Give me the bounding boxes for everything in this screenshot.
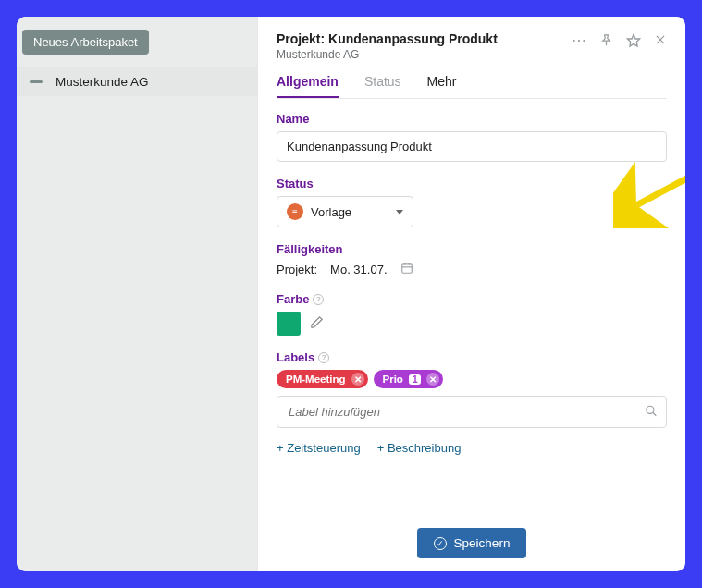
chip-text: Prio <box>383 374 403 385</box>
svg-rect-4 <box>401 264 412 273</box>
field-name: Name <box>277 112 667 162</box>
due-row-value: Mo. 31.07. <box>330 263 387 276</box>
label-chip[interactable]: Prio 1 ✕ <box>374 370 444 388</box>
chip-count: 1 <box>409 374 422 385</box>
close-icon[interactable] <box>654 33 667 49</box>
status-value: Vorlage <box>311 205 351 219</box>
panel-title: Projekt: Kundenanpassung Produkt <box>277 31 498 46</box>
calendar-icon[interactable] <box>400 262 413 277</box>
field-due: Fälligkeiten Projekt: Mo. 31.07. <box>277 242 667 277</box>
chip-text: PM-Meeting <box>286 374 346 385</box>
field-labels: Labels ? PM-Meeting ✕ Prio 1 ✕ <box>277 350 667 455</box>
new-workpackage-badge[interactable]: Neues Arbeitspaket <box>22 30 149 55</box>
pencil-icon[interactable] <box>310 315 324 332</box>
help-icon[interactable]: ? <box>313 294 324 305</box>
name-label: Name <box>277 112 667 126</box>
svg-point-8 <box>647 406 654 413</box>
panel-subtitle: Musterkunde AG <box>277 48 498 61</box>
tab-status[interactable]: Status <box>364 74 401 98</box>
status-label: Status <box>277 177 667 190</box>
search-icon[interactable] <box>645 404 658 420</box>
labels-label: Labels ? <box>277 350 667 364</box>
sidebar-item-label: Musterkunde AG <box>55 75 149 89</box>
panel-footer: ✓ Speichern <box>277 515 667 562</box>
add-timing-link[interactable]: + Zeitsteuerung <box>277 441 361 455</box>
header-actions: ⋯ <box>572 31 667 61</box>
detail-panel: Projekt: Kundenanpassung Produkt Musterk… <box>257 17 685 571</box>
due-row: Projekt: Mo. 31.07. <box>277 262 667 277</box>
svg-line-9 <box>653 412 657 416</box>
add-links: + Zeitsteuerung + Beschreibung <box>277 441 667 455</box>
due-label: Fälligkeiten <box>277 242 667 256</box>
save-button-label: Speichern <box>454 536 511 550</box>
chip-remove-icon[interactable]: ✕ <box>351 373 364 386</box>
tabs: Allgemein Status Mehr <box>277 74 667 99</box>
label-chips: PM-Meeting ✕ Prio 1 ✕ <box>277 370 667 388</box>
form-body: Name Status ≡ Vorlage Fälligkeiten Proje… <box>277 99 667 515</box>
name-input[interactable] <box>277 131 667 162</box>
label-search-input[interactable] <box>277 396 667 428</box>
svg-marker-1 <box>627 34 639 46</box>
sidebar: Neues Arbeitspaket Musterkunde AG <box>17 17 257 571</box>
app-window: Neues Arbeitspaket Musterkunde AG Projek… <box>17 17 685 571</box>
color-label: Farbe ? <box>277 292 667 306</box>
label-search-wrap <box>277 396 667 428</box>
label-chip[interactable]: PM-Meeting ✕ <box>277 370 368 388</box>
field-color: Farbe ? <box>277 292 667 336</box>
due-row-label: Projekt: <box>277 263 317 276</box>
panel-header: Projekt: Kundenanpassung Produkt Musterk… <box>277 31 667 61</box>
status-dropdown[interactable]: ≡ Vorlage <box>277 196 413 227</box>
check-icon: ✓ <box>434 537 447 550</box>
add-description-link[interactable]: + Beschreibung <box>377 441 462 455</box>
field-status: Status ≡ Vorlage <box>277 177 667 227</box>
color-row <box>277 312 667 336</box>
help-icon[interactable]: ? <box>318 352 329 363</box>
tab-general[interactable]: Allgemein <box>277 74 339 98</box>
more-icon[interactable]: ⋯ <box>572 33 586 48</box>
sidebar-item-customer[interactable]: Musterkunde AG <box>17 67 257 96</box>
chevron-down-icon <box>396 210 403 214</box>
pin-icon[interactable] <box>599 33 613 50</box>
chip-remove-icon[interactable]: ✕ <box>426 373 439 386</box>
status-dot-icon: ≡ <box>287 203 303 220</box>
color-swatch[interactable] <box>277 312 301 336</box>
save-button[interactable]: ✓ Speichern <box>417 528 527 558</box>
star-icon[interactable] <box>626 33 641 51</box>
tab-more[interactable]: Mehr <box>427 74 457 98</box>
collapse-icon <box>30 80 43 83</box>
